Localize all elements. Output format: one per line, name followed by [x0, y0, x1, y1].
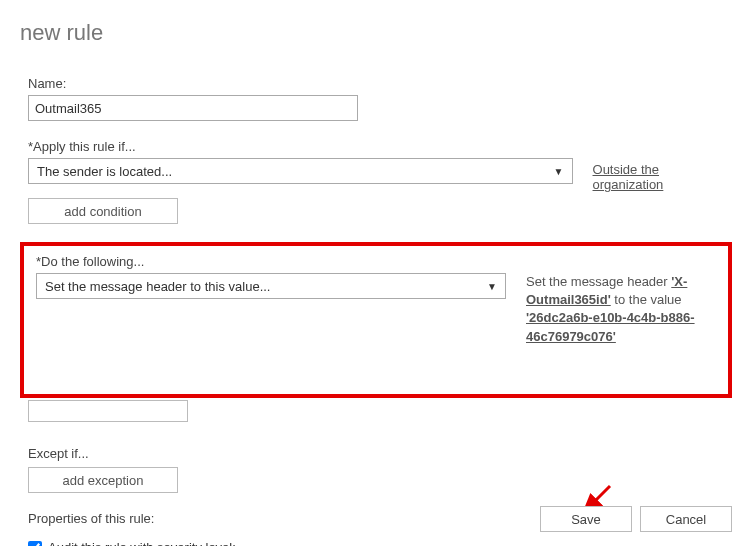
name-label: Name:: [28, 76, 732, 91]
audit-checkbox[interactable]: [28, 541, 42, 546]
cancel-button[interactable]: Cancel: [640, 506, 732, 532]
name-section: Name:: [28, 76, 732, 121]
footer-buttons: Save Cancel: [540, 506, 732, 532]
side-prefix: Set the message header: [526, 274, 671, 289]
header-value-link[interactable]: '26dc2a6b-e10b-4c4b-b886-46c76979c076': [526, 310, 695, 343]
do-following-selected: Set the message header to this value...: [45, 279, 270, 294]
apply-if-section: *Apply this rule if... The sender is loc…: [28, 139, 732, 224]
except-if-section: Except if... add exception: [28, 446, 732, 493]
page-title: new rule: [20, 20, 732, 46]
do-following-dropdown[interactable]: Set the message header to this value... …: [36, 273, 506, 299]
apply-if-label: *Apply this rule if...: [28, 139, 732, 154]
add-action-button[interactable]: add action: [28, 400, 188, 422]
do-following-section: *Do the following... Set the message hea…: [36, 254, 716, 346]
highlight-annotation: *Do the following... Set the message hea…: [20, 242, 732, 398]
side-mid: to the value: [611, 292, 682, 307]
name-input[interactable]: [28, 95, 358, 121]
apply-if-selected: The sender is located...: [37, 164, 172, 179]
save-button[interactable]: Save: [540, 506, 632, 532]
except-if-label: Except if...: [28, 446, 732, 461]
chevron-down-icon: ▼: [487, 281, 497, 292]
chevron-down-icon: ▼: [554, 166, 564, 177]
add-condition-button[interactable]: add condition: [28, 198, 178, 224]
do-following-side-text: Set the message header 'X-Outmail365id' …: [526, 273, 716, 346]
add-exception-button[interactable]: add exception: [28, 467, 178, 493]
do-following-label: *Do the following...: [36, 254, 716, 269]
audit-label: Audit this rule with severity level:: [48, 540, 236, 546]
apply-if-dropdown[interactable]: The sender is located... ▼: [28, 158, 573, 184]
apply-if-side-link[interactable]: Outside the organization: [593, 162, 732, 192]
